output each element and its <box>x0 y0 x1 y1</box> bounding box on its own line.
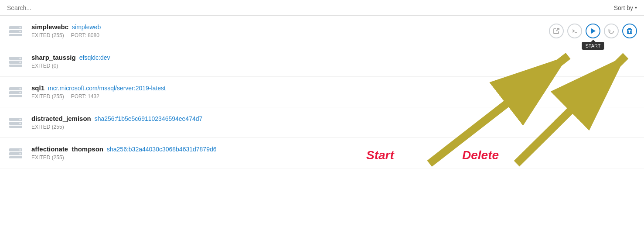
svg-point-29 <box>20 153 21 154</box>
container-image-link[interactable]: sha256:f1b5e5c691102346594ee474d7 <box>95 115 203 122</box>
svg-point-28 <box>20 149 21 151</box>
container-image-link[interactable]: mcr.microsoft.com/mssql/server:2019-late… <box>48 85 166 92</box>
svg-rect-12 <box>9 65 22 67</box>
container-info: sharp_taussigefsqldc:devEXITED (0) <box>31 54 637 69</box>
container-row: simplewebcsimplewebEXITED (255)PORT: 808… <box>0 16 644 46</box>
container-image-link[interactable]: simpleweb <box>72 24 101 31</box>
svg-point-14 <box>20 62 21 63</box>
container-status: EXITED (255) <box>31 124 64 130</box>
svg-point-13 <box>20 58 21 59</box>
container-name-line: distracted_jemisonsha256:f1b5e5c69110234… <box>31 115 637 122</box>
container-meta: EXITED (0) <box>31 63 637 69</box>
header: Sort by ▾ <box>0 0 644 16</box>
start-button[interactable]: START <box>586 24 600 38</box>
container-icon <box>7 144 24 162</box>
container-name: affectionate_thompson <box>31 145 103 153</box>
svg-point-23 <box>20 119 21 120</box>
svg-rect-27 <box>9 156 22 158</box>
container-name-line: sql1mcr.microsoft.com/mssql/server:2019-… <box>31 84 637 92</box>
container-icon <box>7 53 24 70</box>
container-name: sql1 <box>31 84 44 92</box>
svg-rect-22 <box>9 126 22 128</box>
restart-button[interactable] <box>604 24 619 38</box>
sort-by-button[interactable]: Sort by ▾ <box>614 4 637 11</box>
container-name-line: affectionate_thompsonsha256:b32a44030c30… <box>31 145 637 153</box>
chevron-down-icon: ▾ <box>635 5 637 10</box>
svg-point-3 <box>20 27 21 28</box>
container-meta: EXITED (255) <box>31 124 637 130</box>
container-status: EXITED (255) <box>31 154 64 161</box>
container-info: simplewebcsimplewebEXITED (255)PORT: 808… <box>31 23 637 38</box>
open-button[interactable] <box>549 24 564 38</box>
container-row: sql1mcr.microsoft.com/mssql/server:2019-… <box>0 77 644 107</box>
container-row: sharp_taussigefsqldc:devEXITED (0) <box>0 46 644 77</box>
container-icon <box>7 83 24 101</box>
container-info: distracted_jemisonsha256:f1b5e5c69110234… <box>31 115 637 130</box>
container-image-link[interactable]: sha256:b32a44030c3068b4631d7879d6 <box>107 146 216 153</box>
svg-point-4 <box>20 31 21 32</box>
container-status: EXITED (0) <box>31 63 58 69</box>
container-row: affectionate_thompsonsha256:b32a44030c30… <box>0 138 644 168</box>
container-name: simplewebc <box>31 23 68 31</box>
container-icon <box>7 114 24 131</box>
svg-rect-7 <box>627 29 632 34</box>
container-status: EXITED (255) <box>31 93 64 99</box>
container-info: sql1mcr.microsoft.com/mssql/server:2019-… <box>31 84 637 99</box>
delete-button[interactable] <box>622 24 637 38</box>
container-status: EXITED (255) <box>31 32 64 38</box>
svg-rect-2 <box>9 34 22 36</box>
search-input[interactable] <box>7 4 138 11</box>
container-row: distracted_jemisonsha256:f1b5e5c69110234… <box>0 107 644 138</box>
sort-by-label: Sort by <box>614 4 633 11</box>
container-name-line: simplewebcsimpleweb <box>31 23 637 31</box>
container-name: distracted_jemison <box>31 115 91 122</box>
container-icon <box>7 22 24 40</box>
container-meta: EXITED (255)PORT: 1432 <box>31 93 637 99</box>
svg-rect-17 <box>9 95 22 97</box>
container-name: sharp_taussig <box>31 54 76 61</box>
container-image-link[interactable]: efsqldc:dev <box>79 54 110 61</box>
svg-point-19 <box>20 92 21 93</box>
container-meta: EXITED (255) <box>31 154 637 161</box>
container-info: affectionate_thompsonsha256:b32a44030c30… <box>31 145 637 161</box>
container-name-line: sharp_taussigefsqldc:dev <box>31 54 637 61</box>
container-meta: EXITED (255)PORT: 8080 <box>31 32 637 38</box>
row-actions: START <box>549 24 637 38</box>
container-list: simplewebcsimplewebEXITED (255)PORT: 808… <box>0 16 644 168</box>
container-port: PORT: 1432 <box>71 93 99 99</box>
svg-point-18 <box>20 88 21 89</box>
svg-point-24 <box>20 123 21 124</box>
cli-button[interactable] <box>567 24 582 38</box>
svg-marker-6 <box>591 28 596 34</box>
container-port: PORT: 8080 <box>71 32 99 38</box>
